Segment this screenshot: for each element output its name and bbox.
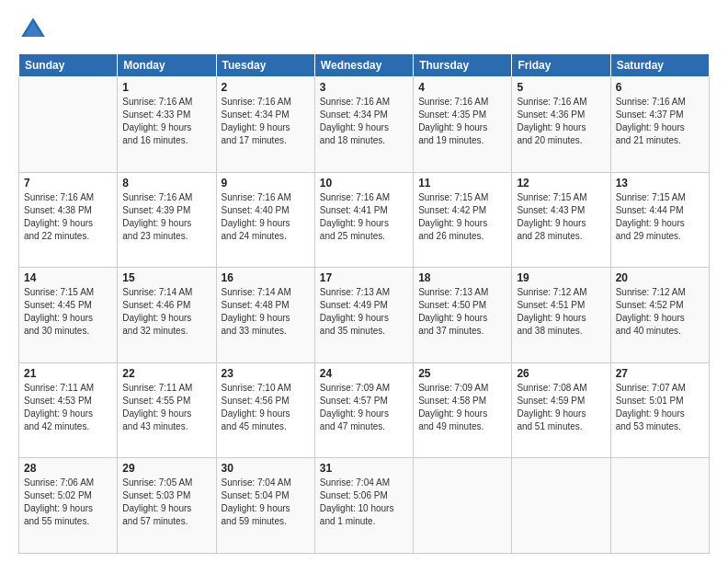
day-info: Sunrise: 7:15 AM Sunset: 4:45 PM Dayligh… <box>24 286 112 338</box>
header-day: Tuesday <box>216 54 314 77</box>
day-info: Sunrise: 7:12 AM Sunset: 4:52 PM Dayligh… <box>616 286 704 338</box>
day-info: Sunrise: 7:16 AM Sunset: 4:34 PM Dayligh… <box>320 96 408 147</box>
day-info: Sunrise: 7:15 AM Sunset: 4:43 PM Dayligh… <box>517 191 605 243</box>
week-row: 28Sunrise: 7:06 AM Sunset: 5:02 PM Dayli… <box>19 458 710 554</box>
day-cell: 3Sunrise: 7:16 AM Sunset: 4:34 PM Daylig… <box>314 77 413 173</box>
week-row: 1Sunrise: 7:16 AM Sunset: 4:33 PM Daylig… <box>19 77 710 173</box>
day-info: Sunrise: 7:16 AM Sunset: 4:40 PM Dayligh… <box>222 191 310 243</box>
header-day: Friday <box>512 54 610 77</box>
logo <box>18 15 51 44</box>
day-info: Sunrise: 7:16 AM Sunset: 4:38 PM Dayligh… <box>24 191 112 243</box>
calendar-header <box>18 15 710 44</box>
day-cell: 29Sunrise: 7:05 AM Sunset: 5:03 PM Dayli… <box>118 458 216 554</box>
day-cell: 9Sunrise: 7:16 AM Sunset: 4:40 PM Daylig… <box>216 172 314 268</box>
day-number: 4 <box>418 81 506 94</box>
day-info: Sunrise: 7:09 AM Sunset: 4:57 PM Dayligh… <box>320 382 408 433</box>
day-info: Sunrise: 7:08 AM Sunset: 4:59 PM Dayligh… <box>517 382 605 433</box>
day-info: Sunrise: 7:12 AM Sunset: 4:51 PM Dayligh… <box>517 286 605 338</box>
week-row: 21Sunrise: 7:11 AM Sunset: 4:53 PM Dayli… <box>19 362 710 458</box>
header-day: Saturday <box>610 54 709 77</box>
calendar-table: SundayMondayTuesdayWednesdayThursdayFrid… <box>18 53 710 554</box>
day-cell: 2Sunrise: 7:16 AM Sunset: 4:34 PM Daylig… <box>216 77 314 173</box>
week-row: 14Sunrise: 7:15 AM Sunset: 4:45 PM Dayli… <box>19 268 710 363</box>
day-info: Sunrise: 7:16 AM Sunset: 4:35 PM Dayligh… <box>418 96 506 147</box>
day-info: Sunrise: 7:16 AM Sunset: 4:39 PM Dayligh… <box>122 191 210 243</box>
day-info: Sunrise: 7:10 AM Sunset: 4:56 PM Dayligh… <box>222 382 310 433</box>
day-number: 15 <box>122 271 210 284</box>
day-cell: 22Sunrise: 7:11 AM Sunset: 4:55 PM Dayli… <box>118 362 216 458</box>
day-cell: 11Sunrise: 7:15 AM Sunset: 4:42 PM Dayli… <box>414 172 512 268</box>
day-number: 24 <box>320 367 408 380</box>
day-cell: 20Sunrise: 7:12 AM Sunset: 4:52 PM Dayli… <box>610 268 709 363</box>
day-info: Sunrise: 7:11 AM Sunset: 4:53 PM Dayligh… <box>24 382 112 433</box>
day-number: 23 <box>222 367 310 380</box>
header-day: Monday <box>118 54 216 77</box>
day-info: Sunrise: 7:14 AM Sunset: 4:48 PM Dayligh… <box>222 286 310 338</box>
day-cell: 1Sunrise: 7:16 AM Sunset: 4:33 PM Daylig… <box>118 77 216 173</box>
day-cell <box>512 458 610 554</box>
day-info: Sunrise: 7:04 AM Sunset: 5:06 PM Dayligh… <box>320 477 408 528</box>
day-number: 5 <box>517 81 605 94</box>
day-number: 29 <box>122 462 210 475</box>
day-cell: 16Sunrise: 7:14 AM Sunset: 4:48 PM Dayli… <box>216 268 314 363</box>
header-day: Wednesday <box>314 54 413 77</box>
day-number: 14 <box>24 271 112 284</box>
day-cell: 5Sunrise: 7:16 AM Sunset: 4:36 PM Daylig… <box>512 77 610 173</box>
day-cell: 10Sunrise: 7:16 AM Sunset: 4:41 PM Dayli… <box>314 172 413 268</box>
day-info: Sunrise: 7:15 AM Sunset: 4:44 PM Dayligh… <box>616 191 704 243</box>
day-number: 11 <box>418 177 506 190</box>
day-number: 6 <box>616 81 704 94</box>
calendar-thead: SundayMondayTuesdayWednesdayThursdayFrid… <box>19 54 710 77</box>
logo-icon <box>18 15 48 44</box>
day-number: 21 <box>24 367 112 380</box>
day-cell: 23Sunrise: 7:10 AM Sunset: 4:56 PM Dayli… <box>216 362 314 458</box>
day-info: Sunrise: 7:09 AM Sunset: 4:58 PM Dayligh… <box>418 382 506 433</box>
day-info: Sunrise: 7:11 AM Sunset: 4:55 PM Dayligh… <box>122 382 210 433</box>
day-number: 20 <box>616 271 704 284</box>
day-number: 13 <box>616 177 704 190</box>
day-number: 2 <box>222 81 310 94</box>
day-cell <box>610 458 709 554</box>
day-number: 9 <box>222 177 310 190</box>
day-info: Sunrise: 7:16 AM Sunset: 4:37 PM Dayligh… <box>616 96 704 147</box>
day-cell: 6Sunrise: 7:16 AM Sunset: 4:37 PM Daylig… <box>610 77 709 173</box>
day-number: 18 <box>418 271 506 284</box>
day-cell: 31Sunrise: 7:04 AM Sunset: 5:06 PM Dayli… <box>314 458 413 554</box>
day-number: 3 <box>320 81 408 94</box>
day-number: 27 <box>616 367 704 380</box>
day-number: 30 <box>222 462 310 475</box>
header-day: Sunday <box>19 54 118 77</box>
day-cell: 8Sunrise: 7:16 AM Sunset: 4:39 PM Daylig… <box>118 172 216 268</box>
day-number: 26 <box>517 367 605 380</box>
day-cell: 30Sunrise: 7:04 AM Sunset: 5:04 PM Dayli… <box>216 458 314 554</box>
day-number: 1 <box>122 81 210 94</box>
header-day: Thursday <box>414 54 512 77</box>
day-cell: 12Sunrise: 7:15 AM Sunset: 4:43 PM Dayli… <box>512 172 610 268</box>
day-info: Sunrise: 7:13 AM Sunset: 4:49 PM Dayligh… <box>320 286 408 338</box>
day-cell: 28Sunrise: 7:06 AM Sunset: 5:02 PM Dayli… <box>19 458 118 554</box>
day-cell: 17Sunrise: 7:13 AM Sunset: 4:49 PM Dayli… <box>314 268 413 363</box>
day-number: 7 <box>24 177 112 190</box>
day-number: 31 <box>320 462 408 475</box>
day-number: 19 <box>517 271 605 284</box>
day-info: Sunrise: 7:13 AM Sunset: 4:50 PM Dayligh… <box>418 286 506 338</box>
day-info: Sunrise: 7:16 AM Sunset: 4:33 PM Dayligh… <box>122 96 210 147</box>
day-number: 22 <box>122 367 210 380</box>
day-cell <box>19 77 118 173</box>
day-info: Sunrise: 7:15 AM Sunset: 4:42 PM Dayligh… <box>418 191 506 243</box>
day-cell: 19Sunrise: 7:12 AM Sunset: 4:51 PM Dayli… <box>512 268 610 363</box>
day-info: Sunrise: 7:05 AM Sunset: 5:03 PM Dayligh… <box>122 477 210 528</box>
day-number: 17 <box>320 271 408 284</box>
day-info: Sunrise: 7:14 AM Sunset: 4:46 PM Dayligh… <box>122 286 210 338</box>
header-row: SundayMondayTuesdayWednesdayThursdayFrid… <box>19 54 710 77</box>
day-number: 25 <box>418 367 506 380</box>
calendar-tbody: 1Sunrise: 7:16 AM Sunset: 4:33 PM Daylig… <box>19 77 710 554</box>
day-cell: 7Sunrise: 7:16 AM Sunset: 4:38 PM Daylig… <box>19 172 118 268</box>
day-info: Sunrise: 7:04 AM Sunset: 5:04 PM Dayligh… <box>222 477 310 528</box>
day-cell: 18Sunrise: 7:13 AM Sunset: 4:50 PM Dayli… <box>414 268 512 363</box>
day-info: Sunrise: 7:06 AM Sunset: 5:02 PM Dayligh… <box>24 477 112 528</box>
day-number: 10 <box>320 177 408 190</box>
day-number: 16 <box>222 271 310 284</box>
day-cell: 13Sunrise: 7:15 AM Sunset: 4:44 PM Dayli… <box>610 172 709 268</box>
day-cell <box>414 458 512 554</box>
